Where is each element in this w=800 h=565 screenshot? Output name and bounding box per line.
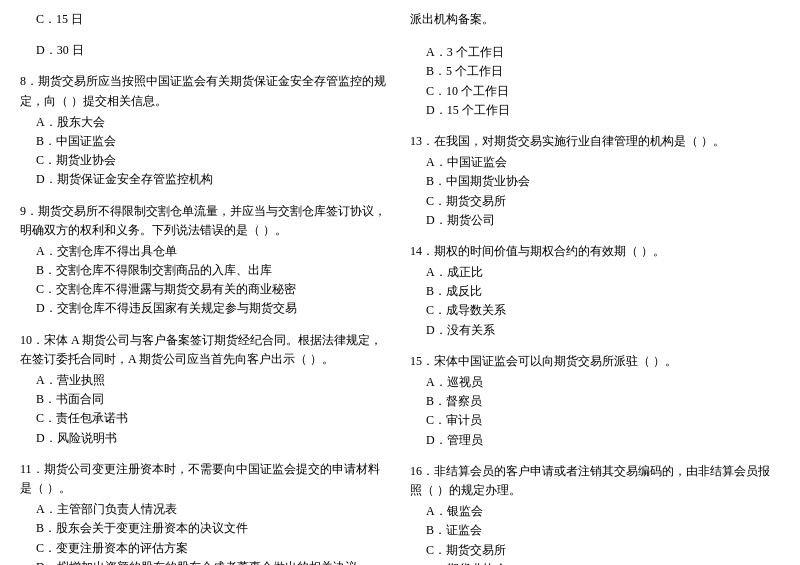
question-9-text: 9．期货交易所不得限制交割仓单流量，并应当与交割仓库签订协议，明确双方的权利和义… <box>20 202 390 240</box>
q13-option-d: D．期货公司 <box>410 211 780 230</box>
q14-option-b: B．成反比 <box>410 282 780 301</box>
q16-option-a: A．银监会 <box>410 502 780 521</box>
option-text: C．15 日 <box>20 10 390 29</box>
q8-option-a: A．股东大会 <box>20 113 390 132</box>
q11-option-b: B．股东会关于变更注册资本的决议文件 <box>20 519 390 538</box>
q12-option-a: A．3 个工作日 <box>410 43 780 62</box>
q10-option-a: A．营业执照 <box>20 371 390 390</box>
q12-option-b: B．5 个工作日 <box>410 62 780 81</box>
option-d-30: D．30 日 <box>20 41 390 60</box>
q15-option-c: C．审计员 <box>410 411 780 430</box>
q8-option-c: C．期货业协会 <box>20 151 390 170</box>
q13-option-b: B．中国期货业协会 <box>410 172 780 191</box>
q14-option-a: A．成正比 <box>410 263 780 282</box>
q16-option-c: C．期货交易所 <box>410 541 780 560</box>
q10-option-c: C．责任包承诺书 <box>20 409 390 428</box>
page-container: C．15 日 D．30 日 8．期货交易所应当按照中国证监会有关期货保证金安全存… <box>20 10 780 565</box>
q12-option-d: D．15 个工作日 <box>410 101 780 120</box>
question-10: 10．宋体 A 期货公司与客户备案签订期货经纪合同。根据法律规定，在签订委托合同… <box>20 331 390 448</box>
q15-option-a: A．巡视员 <box>410 373 780 392</box>
q10-option-b: B．书面合同 <box>20 390 390 409</box>
q11-option-a: A．主管部门负责人情况表 <box>20 500 390 519</box>
question-10-text: 10．宋体 A 期货公司与客户备案签订期货经纪合同。根据法律规定，在签订委托合同… <box>20 331 390 369</box>
question-8: 8．期货交易所应当按照中国证监会有关期货保证金安全存管监控的规定，向（ ）提交相… <box>20 72 390 189</box>
question-14-text: 14．期权的时间价值与期权合约的有效期（ ）。 <box>410 242 780 261</box>
q12-continuation: 派出机构备案。 <box>410 10 780 31</box>
q14-option-c: C．成导数关系 <box>410 301 780 320</box>
q11-option-c: C．变更注册资本的评估方案 <box>20 539 390 558</box>
q8-option-b: B．中国证监会 <box>20 132 390 151</box>
question-11-text: 11．期货公司变更注册资本时，不需要向中国证监会提交的申请材料是（ ）。 <box>20 460 390 498</box>
q11-option-d: D．拟增加出资额的股东的股东会成者董事会做出的相关决议 <box>20 558 390 565</box>
left-column: C．15 日 D．30 日 8．期货交易所应当按照中国证监会有关期货保证金安全存… <box>20 10 390 565</box>
q8-option-d: D．期货保证金安全存管监控机构 <box>20 170 390 189</box>
q14-option-d: D．没有关系 <box>410 321 780 340</box>
option-text: D．30 日 <box>20 41 390 60</box>
question-16: 16．非结算会员的客户申请或者注销其交易编码的，由非结算会员报照（ ）的规定办理… <box>410 462 780 565</box>
question-9: 9．期货交易所不得限制交割仓单流量，并应当与交割仓库签订协议，明确双方的权利和义… <box>20 202 390 319</box>
q10-option-d: D．风险说明书 <box>20 429 390 448</box>
continuation-text: 派出机构备案。 <box>410 10 780 29</box>
question-15: 15．宋体中国证监会可以向期货交易所派驻（ ）。 A．巡视员 B．督察员 C．审… <box>410 352 780 450</box>
question-15-text: 15．宋体中国证监会可以向期货交易所派驻（ ）。 <box>410 352 780 371</box>
q15-option-d: D．管理员 <box>410 431 780 450</box>
q9-option-b: B．交割仓库不得限制交割商品的入库、出库 <box>20 261 390 280</box>
q9-option-a: A．交割仓库不得出具仓单 <box>20 242 390 261</box>
q13-option-a: A．中国证监会 <box>410 153 780 172</box>
q9-option-d: D．交割仓库不得违反国家有关规定参与期货交易 <box>20 299 390 318</box>
q9-option-c: C．交割仓库不得泄露与期货交易有关的商业秘密 <box>20 280 390 299</box>
option-c-15: C．15 日 <box>20 10 390 29</box>
question-11: 11．期货公司变更注册资本时，不需要向中国证监会提交的申请材料是（ ）。 A．主… <box>20 460 390 565</box>
question-13: 13．在我国，对期货交易实施行业自律管理的机构是（ ）。 A．中国证监会 B．中… <box>410 132 780 230</box>
question-13-text: 13．在我国，对期货交易实施行业自律管理的机构是（ ）。 <box>410 132 780 151</box>
question-16-text: 16．非结算会员的客户申请或者注销其交易编码的，由非结算会员报照（ ）的规定办理… <box>410 462 780 500</box>
q16-option-d: D．期货业协会 <box>410 560 780 565</box>
q15-option-b: B．督察员 <box>410 392 780 411</box>
q16-option-b: B．证监会 <box>410 521 780 540</box>
question-14: 14．期权的时间价值与期权合约的有效期（ ）。 A．成正比 B．成反比 C．成导… <box>410 242 780 340</box>
q13-option-c: C．期货交易所 <box>410 192 780 211</box>
q12-options: A．3 个工作日 B．5 个工作日 C．10 个工作日 D．15 个工作日 <box>410 43 780 120</box>
right-column: 派出机构备案。 A．3 个工作日 B．5 个工作日 C．10 个工作日 D．15… <box>410 10 780 565</box>
q12-option-c: C．10 个工作日 <box>410 82 780 101</box>
question-8-text: 8．期货交易所应当按照中国证监会有关期货保证金安全存管监控的规定，向（ ）提交相… <box>20 72 390 110</box>
